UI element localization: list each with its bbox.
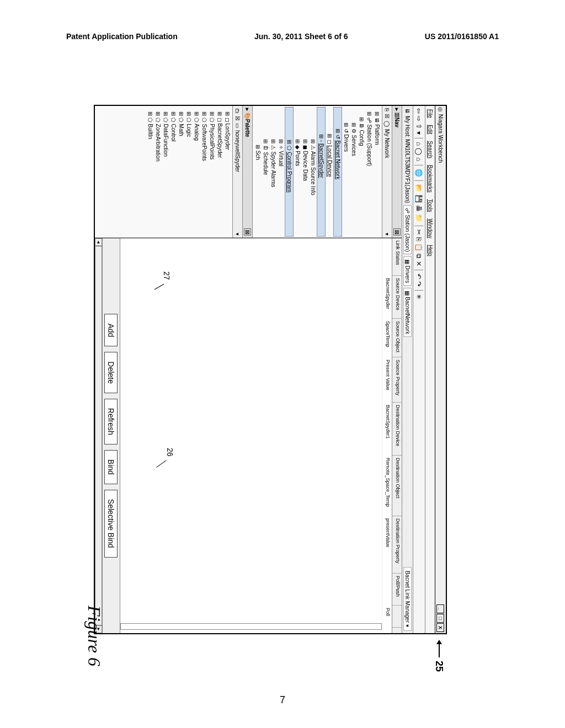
col-dst-prop[interactable]: Destination Property: [392, 516, 402, 574]
tree-item[interactable]: ⊞ ☍ Station (Support): [365, 107, 373, 237]
palette-item[interactable]: ⊞ ⬠ Math: [177, 107, 185, 237]
palette-tree[interactable]: ⊞ ◻ LonSpyder ⊞ ◻ BacnetSpyder ⊞ ⬠ Physi…: [95, 106, 232, 238]
copy-icon[interactable]: ⎘: [415, 237, 423, 241]
palette-item[interactable]: ⊞ ◻ BacnetSpyder: [216, 107, 223, 237]
home-icon[interactable]: ⌂: [415, 142, 423, 146]
palette-item[interactable]: ⊞ ⬠ SoftwarePoints: [200, 107, 208, 237]
open-icon[interactable]: 📂: [415, 184, 423, 192]
menu-help[interactable]: Help: [427, 245, 433, 256]
nav-tree[interactable]: ⊞ 🖥 Platform ⊞ ☍ Station (Support) ⊞ 🗎 C…: [253, 106, 382, 238]
tree-item[interactable]: ⊞ ⬠ Control Program: [285, 107, 294, 237]
recent-icon[interactable]: ▾: [415, 131, 423, 135]
page-number: 7: [280, 694, 285, 706]
menu-bookmarks[interactable]: Bookmarks: [427, 165, 433, 192]
nav-root-label: My Network: [384, 129, 390, 158]
col-dst-object[interactable]: Destination Object: [392, 456, 402, 516]
palette-header: ▸ 🎨 Palette ☒: [242, 106, 252, 238]
palette-item[interactable]: ⊞ ⬠ Logic: [185, 107, 193, 237]
main-panel: Link Status Source Device Source Object …: [95, 238, 402, 633]
menu-edit[interactable]: Edit: [427, 125, 433, 134]
delete-icon[interactable]: ✕: [415, 261, 423, 266]
horizontal-scrollbar[interactable]: ◄ ►: [95, 238, 103, 633]
tree-item[interactable]: ⊞ ◆ Points: [294, 107, 301, 237]
fwd-icon[interactable]: ⇨: [415, 116, 423, 121]
maximize-button[interactable]: □: [437, 614, 445, 623]
menu-search[interactable]: Search: [427, 141, 433, 158]
nav-close-icon[interactable]: ☒: [393, 228, 401, 235]
network-chip[interactable]: ▦BacnetNetwork: [403, 288, 412, 337]
wand-icon[interactable]: ✳: [415, 294, 423, 299]
col-link-status[interactable]: Link Status: [392, 238, 402, 276]
back-icon[interactable]: ⇦: [415, 108, 423, 114]
tree-item[interactable]: ⊞ ↺ Drivers: [342, 107, 350, 237]
palette-item[interactable]: ⊞ ⬠ BuiltIn: [146, 107, 154, 237]
save-icon[interactable]: 💾: [415, 195, 423, 203]
scroll-track[interactable]: [95, 246, 102, 625]
redo-icon[interactable]: ↷: [415, 281, 423, 287]
palette-item[interactable]: ⊞ ⬠ PhysicalPoints: [208, 107, 216, 237]
undo-icon[interactable]: ↶: [415, 274, 423, 279]
dup-icon[interactable]: ⧉: [415, 254, 423, 259]
saveall-icon[interactable]: 🖶: [415, 205, 423, 212]
folder-icon[interactable]: 📁: [415, 214, 423, 222]
palette-dropdown-icon[interactable]: ▾: [234, 233, 241, 235]
tree-item[interactable]: ⊞ ⚙ Services: [350, 107, 358, 237]
tree-item[interactable]: ⊞ ◻ Local Device: [326, 107, 333, 237]
palette-device-label: honeywellSpyder: [234, 130, 241, 172]
minimize-button[interactable]: _: [437, 604, 445, 613]
scroll-left-icon[interactable]: ◄: [95, 238, 102, 246]
palette-item[interactable]: ⊞ ⬠ Control: [169, 107, 177, 237]
tree-item[interactable]: ⊞ ✧ Virtual: [277, 107, 285, 237]
palette-open-icon[interactable]: 🗀: [234, 108, 241, 114]
bind-button[interactable]: Bind: [105, 450, 118, 484]
palette-close-icon[interactable]: ☒: [244, 228, 251, 235]
cut-icon[interactable]: ✂: [415, 229, 423, 235]
tree-item[interactable]: ⊞ ◼ Device Data: [301, 107, 309, 237]
link-manager-dropdown[interactable]: Bacnet Link Manager ▾: [403, 567, 412, 631]
nav-tree-icon[interactable]: ⎘: [384, 108, 390, 111]
palette-close2-icon[interactable]: ☒: [234, 116, 241, 121]
nav-dropdown-icon[interactable]: ▾: [384, 233, 390, 235]
home2-icon[interactable]: ⌂: [415, 157, 423, 161]
tree-item[interactable]: ⊞ ⚠ Alarm Source Info: [309, 107, 317, 237]
tree-item[interactable]: ⊞ ◦ BacnetSpyder: [317, 107, 326, 237]
col-src-object[interactable]: Source Object: [392, 319, 402, 357]
menu-window[interactable]: Window: [427, 218, 433, 238]
world-icon[interactable]: 🌐: [415, 169, 423, 177]
tree-item[interactable]: ⊞ ⚠ Spyder Alarms: [269, 107, 277, 237]
paste-icon[interactable]: 📋: [415, 243, 423, 251]
add-button[interactable]: Add: [105, 314, 118, 346]
col-src-prop[interactable]: Source Property: [392, 357, 402, 403]
col-src-device[interactable]: Source Device: [392, 276, 402, 319]
close-button[interactable]: X: [437, 623, 445, 632]
col-pollpush[interactable]: Poll/Push: [392, 574, 402, 606]
delete-button[interactable]: Delete: [105, 352, 118, 393]
menubar: File Edit Search Bookmarks Tools Window …: [425, 106, 435, 633]
selective-bind-button[interactable]: Selective Bind: [105, 490, 118, 558]
tree-item[interactable]: ⊞ 🖥 Platform: [373, 107, 381, 237]
station-chip[interactable]: ☍Station (Jason): [403, 205, 412, 254]
tree-item[interactable]: ⊞ 🗎 Config: [358, 107, 365, 237]
refresh-button[interactable]: Refresh: [105, 399, 118, 445]
pub-center: Jun. 30, 2011 Sheet 6 of 6: [254, 32, 348, 41]
menu-tools[interactable]: Tools: [427, 199, 433, 212]
tree-item[interactable]: ⊞ ↺ Bacnet Network: [333, 107, 342, 237]
addressbar: 🖥 My Host: MN10LT53MDYF1(Jason) ☍Station…: [402, 106, 413, 633]
up-icon[interactable]: ⇧: [415, 124, 423, 129]
grid-row[interactable]: BacnetSpyder SpaceTemp Present Value Bac…: [382, 238, 392, 633]
col-extra[interactable]: [392, 606, 402, 628]
palette-item[interactable]: ⊞ ⬠ ZoneArbitration: [154, 107, 162, 237]
col-dst-device[interactable]: Destination Device: [392, 403, 402, 456]
palette-item[interactable]: ⊞ ⬠ DataFunction: [162, 107, 169, 237]
app-icon: ◎: [438, 107, 444, 112]
menu-file[interactable]: File: [427, 109, 433, 118]
drivers-chip[interactable]: ▦Drivers: [403, 256, 412, 286]
palette-item[interactable]: ⊞ ⬠ Analog: [193, 107, 200, 237]
stop-icon[interactable]: ◯: [415, 148, 423, 155]
palette-item[interactable]: ⊞ ◻ LonSpyder: [223, 107, 231, 237]
tree-item[interactable]: ⊞ Sch: [254, 107, 262, 237]
nav-close2-icon[interactable]: ☒: [384, 114, 390, 119]
tree-item[interactable]: ⊞ 🗓 Schedule: [262, 107, 269, 237]
host-label: My Host: MN10LT53MDYF1(Jason): [404, 116, 411, 203]
host-icon: 🖥: [404, 108, 411, 114]
